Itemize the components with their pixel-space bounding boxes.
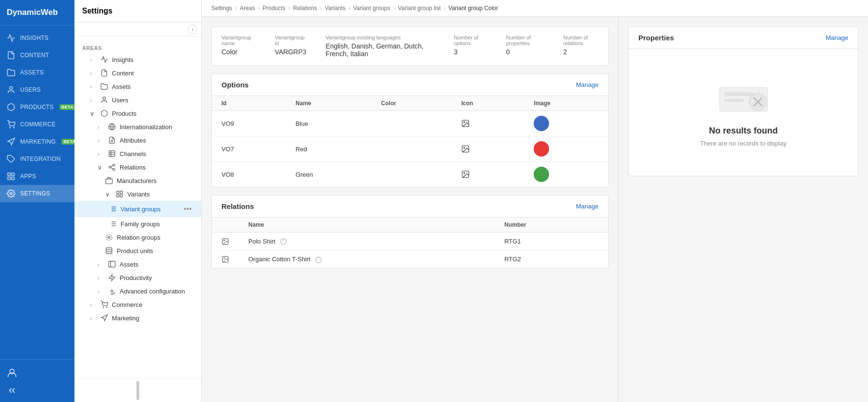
nav-item-settings[interactable]: SETTINGS — [0, 185, 74, 202]
familygroups-icon — [109, 220, 117, 228]
sidebar-item-products[interactable]: ∨ Products — [74, 107, 201, 120]
cell-vo8-icon — [452, 162, 524, 187]
sidebar-item-productivity[interactable]: › Productivity — [74, 271, 201, 284]
sidebar-label-relation-groups: Relation groups — [117, 234, 160, 241]
info-value-id: VARGRP3 — [275, 48, 306, 56]
sidebar-label-assets2: Assets — [120, 261, 138, 268]
info-label-name: Variantgroup name — [221, 35, 256, 46]
col-icon: Icon — [452, 96, 524, 111]
svg-point-47 — [464, 122, 465, 122]
breadcrumb-settings[interactable]: Settings — [211, 5, 232, 12]
options-card-header: Options Manage — [212, 74, 608, 96]
svg-point-10 — [103, 97, 105, 99]
puzzle-icon — [7, 155, 15, 163]
sidebar-label-productivity: Productivity — [120, 274, 152, 281]
svg-rect-26 — [120, 191, 122, 194]
user-icon — [7, 85, 15, 94]
properties-card: Properties Manage — [628, 26, 858, 176]
box-icon — [7, 103, 15, 111]
svg-point-2 — [13, 127, 14, 128]
sidebar-item-marketing[interactable]: › Marketing — [74, 311, 201, 325]
sidebar-item-relation-groups[interactable]: Relation groups — [74, 231, 201, 244]
sidebar-item-content[interactable]: › Content — [74, 66, 201, 80]
chevron-right-icon10: › — [98, 288, 104, 294]
nav-item-apps[interactable]: APPS — [0, 168, 74, 185]
sidebar-item-commerce[interactable]: › Commerce — [74, 298, 201, 311]
sidebar-label-variant-groups: Variant groups — [121, 206, 161, 213]
breadcrumb-variants[interactable]: Variants — [325, 5, 345, 12]
relations-card-header: Relations Manage — [212, 195, 608, 218]
chevron-right-icon8: › — [98, 261, 104, 268]
nav-item-content[interactable]: CONTENT — [0, 47, 74, 64]
breadcrumb-variant-groups[interactable]: Variant groups — [353, 5, 390, 12]
breadcrumb-areas[interactable]: Areas — [240, 5, 255, 12]
sidebar-item-product-units[interactable]: Product units — [74, 244, 201, 257]
info-num-properties: Number of properties 0 — [506, 35, 544, 58]
nav-item-assets[interactable]: ASSETS — [0, 64, 74, 81]
options-manage-link[interactable]: Manage — [576, 81, 599, 88]
svg-rect-27 — [117, 195, 119, 197]
svg-rect-39 — [106, 248, 112, 254]
nav-item-users[interactable]: USERS — [0, 81, 74, 98]
relation-icon — [108, 163, 116, 171]
sidebar-collapse-button[interactable]: ‹ — [188, 24, 197, 34]
sidebar-item-manufacturers[interactable]: Manufacturers — [74, 174, 201, 187]
nav-label-content: CONTENT — [20, 52, 49, 59]
sidebar-item-variants[interactable]: ∨ Variants — [74, 187, 201, 201]
sidebar-scrollbar[interactable] — [136, 381, 139, 400]
building-icon — [105, 177, 113, 184]
breadcrumb-relations[interactable]: Relations — [293, 5, 317, 12]
sidebar-item-assets2[interactable]: › Assets — [74, 257, 201, 271]
nav-item-commerce[interactable]: COMMERCE — [0, 116, 74, 133]
svg-point-19 — [113, 164, 115, 166]
properties-manage-link[interactable]: Manage — [826, 34, 848, 41]
sidebar-item-advanced-config[interactable]: › Advanced configuration — [74, 284, 201, 298]
info-label-options: Number of options — [454, 35, 487, 46]
sidebar-item-insights[interactable]: › Insights — [74, 53, 201, 66]
sidebar-item-channels[interactable]: › Channels — [74, 147, 201, 160]
info-value-options: 3 — [454, 48, 487, 56]
sidebar-item-variant-groups[interactable]: Variant groups ••• — [74, 201, 201, 217]
nav-item-products[interactable]: PRODUCTS BETA — [0, 98, 74, 116]
sidebar-item-attributes[interactable]: › Attributes — [74, 134, 201, 147]
content-icon — [100, 69, 108, 77]
products-si-icon — [100, 110, 108, 117]
cell-vo9-image — [524, 111, 608, 136]
nav-item-marketing[interactable]: MARKETING BETA — [0, 133, 74, 150]
sidebar-label-insights: Insights — [112, 56, 134, 63]
col-rel-icon — [212, 218, 239, 232]
sidebar-label-commerce: Commerce — [112, 301, 143, 308]
svg-point-0 — [10, 87, 12, 90]
sidebar-item-family-groups[interactable]: Family groups — [74, 217, 201, 231]
sidebar-label-relations: Relations — [120, 164, 146, 171]
info-variantgroup-id: Variantgroup id VARGRP3 — [275, 35, 306, 58]
relations-manage-link[interactable]: Manage — [576, 203, 599, 210]
breadcrumb-variant-group-list[interactable]: Variant group list — [398, 5, 440, 12]
nav-item-profile[interactable] — [0, 364, 74, 381]
sidebar-item-internationalization[interactable]: › Internationalization — [74, 120, 201, 134]
svg-point-44 — [103, 307, 103, 307]
svg-point-1 — [10, 127, 11, 128]
relations-table-body: Polo Shirt RTG1 Organic Cotton T-Shirt — [212, 232, 608, 268]
sidebar-label-family-groups: Family groups — [121, 220, 160, 228]
chevron-right-icon9: › — [98, 274, 104, 281]
variant-groups-more-button[interactable]: ••• — [182, 204, 194, 214]
sidebar-item-users[interactable]: › Users — [74, 93, 201, 107]
nav-item-collapse[interactable] — [0, 381, 74, 398]
svg-point-45 — [107, 307, 107, 307]
breadcrumb-products[interactable]: Products — [263, 5, 285, 12]
main-area: Settings › Areas › Products › Relations … — [202, 0, 868, 402]
nav-item-insights[interactable]: INSIGHTS — [0, 29, 74, 47]
col-image: Image — [524, 96, 608, 111]
table-icon — [108, 150, 116, 158]
left-navigation: DynamicWeb INSIGHTS CONTENT ASSETS — [0, 0, 74, 402]
color-circle-blue — [534, 116, 549, 131]
properties-no-results: No results found There are no records to… — [629, 49, 858, 176]
sidebar-item-assets[interactable]: › Assets — [74, 80, 201, 93]
sidebar-item-relations[interactable]: ∨ Relations — [74, 160, 201, 174]
col-rel-number: Number — [495, 218, 608, 232]
breadcrumb-sep-4: › — [320, 5, 322, 12]
options-table-body: VO9 Blue VO7 Red — [212, 111, 608, 187]
nav-item-integration[interactable]: INTEGRATION — [0, 150, 74, 168]
nav-label-users: USERS — [20, 86, 41, 93]
